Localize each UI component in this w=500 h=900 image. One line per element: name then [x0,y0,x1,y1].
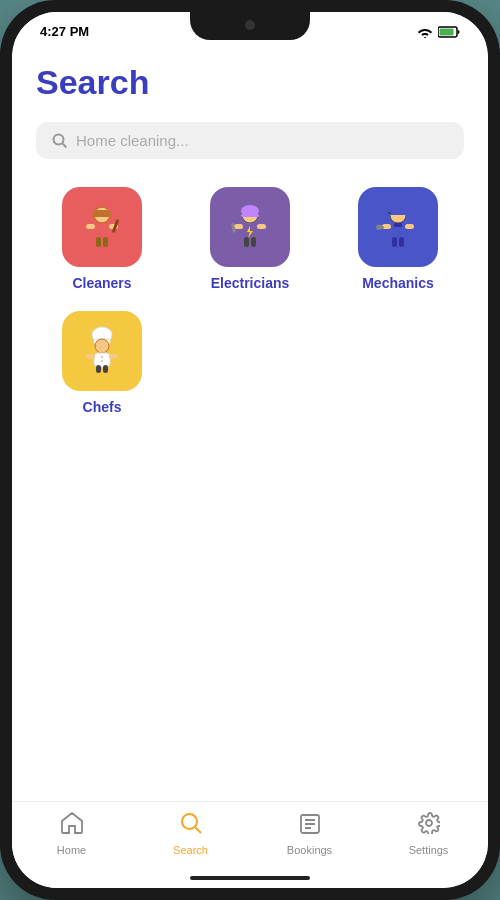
svg-rect-15 [241,214,259,217]
search-bar[interactable]: Home cleaning... [36,122,464,159]
phone-frame: 4:27 PM Search [0,0,500,900]
battery-icon [438,26,460,38]
camera [245,20,255,30]
svg-rect-8 [86,224,95,229]
svg-rect-41 [86,354,95,359]
app-content: Search Home cleaning... [12,43,488,801]
wifi-icon [417,26,433,38]
nav-bookings[interactable]: Bookings [280,812,340,856]
phone-screen: 4:27 PM Search [12,12,488,888]
category-chefs[interactable]: Chefs [36,311,168,415]
mechanics-icon [372,201,424,253]
svg-rect-28 [394,223,402,227]
svg-rect-21 [244,237,249,247]
cleaners-icon-box [62,187,142,267]
category-cleaners[interactable]: Cleaners [36,187,168,291]
svg-point-2 [54,134,64,144]
chefs-label: Chefs [83,399,122,415]
svg-point-39 [101,356,103,358]
svg-rect-34 [399,237,404,247]
electricians-icon [224,201,276,253]
svg-point-45 [182,814,197,829]
electricians-label: Electricians [211,275,290,291]
svg-rect-26 [388,212,391,214]
electricians-icon-box [210,187,290,267]
svg-point-37 [95,339,109,353]
nav-home-label: Home [57,844,86,856]
svg-rect-19 [257,224,266,229]
search-placeholder: Home cleaning... [76,132,189,149]
svg-rect-18 [234,224,243,229]
nav-search[interactable]: Search [161,812,221,856]
notch [190,12,310,40]
search-nav-icon [180,812,202,840]
nav-search-label: Search [173,844,208,856]
categories-grid: Cleaners [36,187,464,415]
home-indicator [12,876,488,888]
svg-rect-44 [103,365,108,373]
mechanics-icon-box [358,187,438,267]
category-mechanics[interactable]: Mechanics [332,187,464,291]
nav-home[interactable]: Home [42,812,102,856]
svg-rect-1 [440,28,454,35]
cleaners-icon [76,201,128,253]
svg-rect-22 [251,237,256,247]
svg-point-40 [101,360,103,362]
svg-rect-12 [103,237,108,247]
nav-bookings-label: Bookings [287,844,332,856]
svg-rect-7 [94,223,110,239]
svg-rect-30 [405,224,414,229]
svg-rect-11 [96,237,101,247]
svg-line-3 [63,143,67,147]
home-icon [61,812,83,840]
bottom-nav: Home Search [12,801,488,876]
search-icon [52,133,68,149]
cleaners-label: Cleaners [72,275,131,291]
bookings-icon [299,812,321,840]
nav-settings-label: Settings [409,844,449,856]
home-bar [190,876,310,880]
page-title: Search [36,63,464,102]
mechanics-label: Mechanics [362,275,434,291]
svg-point-51 [426,820,432,826]
nav-settings[interactable]: Settings [399,812,459,856]
settings-icon [418,812,440,840]
svg-rect-25 [388,212,408,215]
status-icons [417,26,460,38]
status-time: 4:27 PM [40,24,89,39]
chefs-icon [76,325,128,377]
svg-rect-43 [96,365,101,373]
chefs-icon-box [62,311,142,391]
svg-rect-42 [109,354,118,359]
svg-rect-33 [392,237,397,247]
category-electricians[interactable]: Electricians [184,187,316,291]
svg-rect-6 [92,214,112,217]
svg-line-46 [195,828,201,834]
